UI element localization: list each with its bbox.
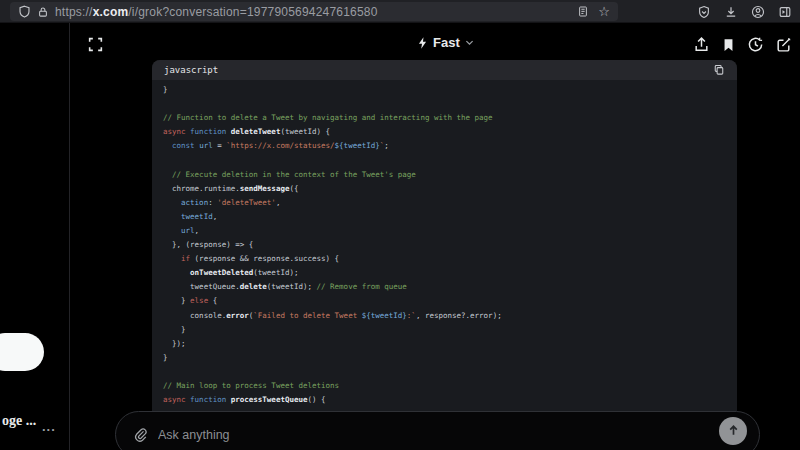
model-selector[interactable]: Fast <box>416 35 475 50</box>
code-block: javascript } // Function to delete a Twe… <box>152 60 737 450</box>
download-icon[interactable] <box>724 5 738 19</box>
compose-icon[interactable] <box>775 36 792 53</box>
bolt-icon <box>416 36 429 50</box>
bookmark-star-icon[interactable]: ☆ <box>598 5 610 18</box>
background-button-pill[interactable] <box>0 333 44 371</box>
url-scheme: https:// <box>55 5 93 19</box>
code-line: tweetQueue.delete(tweetId); // Remove fr… <box>163 280 726 294</box>
code-line <box>163 365 726 379</box>
ask-input[interactable] <box>158 428 719 442</box>
browser-toolbar: https://x.com/i/grok?conversation=197790… <box>0 0 800 23</box>
chevron-down-icon <box>464 37 475 48</box>
account-icon[interactable] <box>751 5 765 19</box>
shield-icon[interactable] <box>18 5 31 18</box>
url-bar[interactable]: https://x.com/i/grok?conversation=197790… <box>10 2 618 21</box>
code-line: // Execute deletion in the context of th… <box>163 168 726 182</box>
code-block-header: javascript <box>152 60 737 80</box>
composer-bar[interactable] <box>115 411 760 450</box>
code-line: tweetId, <box>163 210 726 224</box>
history-icon[interactable] <box>747 36 764 53</box>
model-label: Fast <box>433 35 460 50</box>
sidebar-panel-icon[interactable] <box>778 5 792 19</box>
arrow-up-icon <box>726 423 741 438</box>
code-line: } <box>163 351 726 365</box>
paperclip-icon[interactable] <box>132 427 148 443</box>
code-line: action: 'deleteTweet', <box>163 196 726 210</box>
code-language-label: javascript <box>164 65 218 75</box>
code-line: console.error(`Failed to delete Tweet ${… <box>163 309 726 323</box>
copy-icon[interactable] <box>713 64 725 76</box>
background-partial-text: oge ... <box>2 413 36 429</box>
code-line: onTweetDeleted(tweetId); <box>163 266 726 280</box>
code-line: } <box>163 323 726 337</box>
url-path: /i/grok?conversation=1977905694247616580 <box>128 5 377 19</box>
send-button[interactable] <box>719 417 747 445</box>
code-line: async function processTweetQueue() { <box>163 393 726 407</box>
code-line: if (response && response.success) { <box>163 252 726 266</box>
code-line <box>163 97 726 111</box>
code-line: // Main loop to process Tweet deletions <box>163 379 726 393</box>
bookmark-icon[interactable] <box>721 37 736 53</box>
code-line: }); <box>163 337 726 351</box>
code-line: chrome.runtime.sendMessage({ <box>163 182 726 196</box>
panel-divider <box>69 23 70 450</box>
lock-icon[interactable] <box>37 6 49 18</box>
code-line: } <box>163 83 726 97</box>
grok-action-icons <box>693 36 792 53</box>
protections-shield-icon[interactable] <box>697 5 711 19</box>
screen: https://x.com/i/grok?conversation=197790… <box>0 0 800 450</box>
share-icon[interactable] <box>693 36 710 53</box>
code-line: url, <box>163 224 726 238</box>
code-line: } else { <box>163 294 726 308</box>
code-line: // Function to delete a Tweet by navigat… <box>163 111 726 125</box>
url-text: https://x.com/i/grok?conversation=197790… <box>55 5 378 19</box>
url-domain: x.com <box>93 5 129 19</box>
code-lines: } // Function to delete a Tweet by navig… <box>152 80 737 410</box>
reader-mode-icon[interactable] <box>577 5 589 18</box>
code-line <box>163 153 726 167</box>
more-menu-icon[interactable]: ... <box>42 419 56 434</box>
browser-action-icons <box>697 0 792 23</box>
code-line: async function deleteTweet(tweetId) { <box>163 125 726 139</box>
expand-icon[interactable] <box>87 36 104 53</box>
code-line: const url = `https://x.com/statuses/${tw… <box>163 139 726 153</box>
code-line: }, (response) => { <box>163 238 726 252</box>
